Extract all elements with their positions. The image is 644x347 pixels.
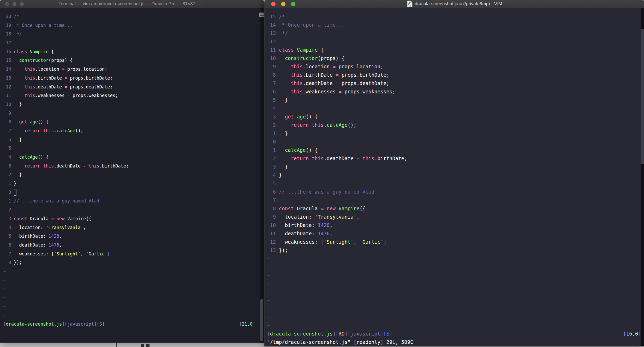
- code-line[interactable]: 12 this.deathDate = props.deathDate;: [0, 83, 264, 92]
- code-line[interactable]: 6// ...there was a guy named Vlad: [265, 188, 644, 196]
- close-button[interactable]: [5, 2, 9, 6]
- token: props.location;: [336, 64, 383, 69]
- token: ]: [107, 251, 110, 256]
- code-line[interactable]: 6 this.weaknesses = props.weaknesses;: [265, 87, 644, 96]
- zoom-button[interactable]: [291, 2, 295, 6]
- code-line[interactable]: 16class Vampire {: [0, 47, 264, 56]
- code-line[interactable]: 18 */: [0, 30, 264, 39]
- code-line[interactable]: 15/*: [265, 12, 644, 21]
- code-line[interactable]: 19 * Once upon a time...: [0, 21, 264, 30]
- line-number: 7: [3, 250, 11, 259]
- code-area[interactable]: 20/*19 * Once upon a time...18 */1716cla…: [0, 8, 264, 343]
- empty-line: ~: [265, 271, 644, 279]
- code-line[interactable]: 4: [265, 104, 644, 112]
- code-line[interactable]: 5: [0, 144, 264, 153]
- tilde-marker: ~: [267, 314, 270, 320]
- close-button[interactable]: [271, 2, 276, 6]
- code-line[interactable]: 2: [0, 206, 264, 214]
- token: }: [14, 102, 22, 107]
- token: ]: [102, 321, 105, 327]
- empty-line: ~: [0, 276, 264, 285]
- code-line[interactable]: 7 this.deathDate = props.deathDate;: [265, 79, 644, 87]
- line-number: 6: [3, 241, 11, 250]
- code-line[interactable]: 2 }: [0, 170, 264, 179]
- code-line[interactable]: 8 get age() {: [0, 118, 264, 127]
- code-line[interactable]: 0: [265, 137, 644, 146]
- code-line[interactable]: 11 deathDate: 1476,: [265, 229, 644, 238]
- code-area[interactable]: 15/*14 * Once upon a time...13 */1211cla…: [265, 8, 644, 346]
- token: this: [291, 80, 303, 86]
- token: [27, 49, 30, 54]
- code-line[interactable]: 7: [265, 196, 644, 204]
- code-line[interactable]: 4 location: 'Transylvania',: [0, 223, 264, 232]
- code-line[interactable]: 9 location: 'Transylvania',: [265, 213, 644, 221]
- code-line[interactable]: 10 constructor(props) {: [265, 54, 644, 62]
- code-line[interactable]: 14 this.location = props.location;: [0, 65, 264, 74]
- code-line[interactable]: 3 }: [265, 163, 644, 171]
- code-line[interactable]: 1 calcAge() {: [265, 146, 644, 154]
- code-line[interactable]: 2 return this.calcAge();: [265, 121, 644, 129]
- line-number: 8: [3, 258, 11, 267]
- code-line[interactable]: 8 this.birthDate = props.birthDate;: [265, 71, 644, 79]
- terminal-titlebar[interactable]: Terminal — vim /tmp/dracula-screenshot.j…: [0, 0, 264, 8]
- token: [14, 67, 25, 72]
- minimize-button[interactable]: [13, 2, 16, 6]
- code-line[interactable]: 15 constructor(props) {: [0, 56, 264, 65]
- token: props.deathDate;: [67, 84, 113, 89]
- scrollbar-thumb[interactable]: [260, 299, 263, 341]
- code-line[interactable]: 20/*: [0, 12, 264, 21]
- code-line[interactable]: 3 get age() {: [265, 112, 644, 121]
- code-line[interactable]: 4}: [265, 171, 644, 179]
- code-line[interactable]: 6 deathDate: 1476,: [0, 241, 264, 250]
- code-line[interactable]: 5 }: [265, 96, 644, 104]
- code-line[interactable]: 3const Dracula = new Vampire({: [0, 214, 264, 223]
- minimize-button[interactable]: [281, 2, 285, 6]
- code-line[interactable]: 4 calcAge() {: [0, 153, 264, 162]
- token: ();: [75, 128, 83, 133]
- token: javascript: [67, 321, 94, 327]
- code-line[interactable]: 3 return this.deathDate - this.birthDate…: [0, 162, 264, 171]
- scrollbar[interactable]: [641, 8, 644, 346]
- code-line[interactable]: 8const Dracula = new Vampire({: [265, 204, 644, 213]
- token: (props) {: [49, 58, 73, 63]
- code-line[interactable]: 10 }: [0, 100, 264, 109]
- macvim-titlebar[interactable]: JS dracula-screenshot.js = (/private/tmp…: [265, 0, 644, 8]
- zoom-button[interactable]: [20, 2, 24, 6]
- line-number: 7: [3, 127, 11, 135]
- scrollbar[interactable]: [260, 8, 264, 343]
- code-line[interactable]: 1}: [0, 179, 264, 188]
- code-line[interactable]: 1 }: [265, 129, 644, 137]
- line-number: 8: [3, 118, 11, 127]
- code-line[interactable]: 10 birthDate: 1428,: [265, 221, 644, 229]
- code-line[interactable]: 12: [265, 37, 644, 46]
- line-number: 3: [267, 112, 276, 121]
- split-pane-icon[interactable]: [259, 13, 265, 17]
- document-icon[interactable]: JS: [407, 1, 413, 7]
- token: .deathDate: [35, 84, 65, 89]
- empty-line: ~: [265, 321, 644, 330]
- code-line[interactable]: 13 */: [265, 29, 644, 37]
- code-line[interactable]: 13});: [265, 246, 644, 254]
- code-line[interactable]: 12 weaknesses: ['Sunlight', 'Garlic']: [265, 238, 644, 246]
- code-line[interactable]: 6 }: [0, 135, 264, 144]
- code-line[interactable]: 7 weaknesses: ['Sunlight', 'Garlic']: [0, 250, 264, 259]
- code-line[interactable]: 7 return this.calcAge();: [0, 127, 264, 135]
- code-line[interactable]: 8});: [0, 258, 264, 267]
- token: });: [279, 247, 288, 253]
- code-line[interactable]: 11class Vampire {: [265, 46, 644, 54]
- scrollbar-thumb[interactable]: [641, 29, 644, 164]
- code-line[interactable]: 17: [0, 39, 264, 47]
- code-line[interactable]: 9: [0, 109, 264, 118]
- line-number: 15: [267, 12, 276, 21]
- code-line[interactable]: 0: [0, 188, 264, 197]
- token: [14, 154, 19, 160]
- code-line[interactable]: 1// ...there was a guy named Vlad: [0, 197, 264, 206]
- code-line[interactable]: 13 this.birthDate = props.birthDate;: [0, 74, 264, 83]
- code-line[interactable]: 9 this.location = props.location;: [265, 62, 644, 71]
- code-line[interactable]: 14 * Once upon a time...: [265, 21, 644, 29]
- code-line[interactable]: 5 birthDate: 1428,: [0, 232, 264, 241]
- line-number: 17: [3, 39, 11, 47]
- code-line[interactable]: 11 this.weaknesses = props.weaknesses;: [0, 91, 264, 100]
- code-line[interactable]: 5: [265, 179, 644, 188]
- code-line[interactable]: 2 return this.deathDate - this.birthDate…: [265, 154, 644, 163]
